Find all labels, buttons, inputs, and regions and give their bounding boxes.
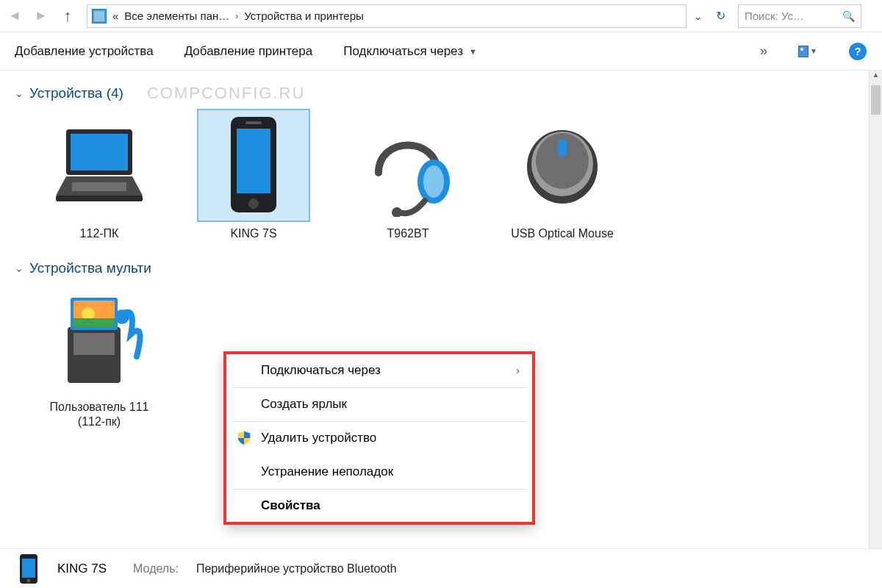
context-menu-label: Свойства (261, 498, 320, 513)
search-input[interactable]: Поиск: Ус… 🔍 (738, 4, 861, 28)
chevron-down-icon: ▼ (810, 47, 817, 55)
scrollbar-thumb[interactable] (871, 85, 881, 115)
connect-via-label: Подключаться через (343, 44, 463, 59)
add-printer-label: Добавление принтера (184, 44, 313, 59)
context-menu: Подключаться через › Создать ярлык Удали… (225, 353, 534, 523)
nav-back-button[interactable]: ◄ (3, 4, 26, 28)
refresh-button[interactable]: ↻ (710, 9, 731, 23)
help-button[interactable]: ? (848, 43, 867, 60)
add-device-button[interactable]: Добавление устройства (15, 44, 154, 59)
breadcrumb-segment-1[interactable]: Все элементы пан… (124, 10, 229, 22)
svg-rect-17 (74, 333, 115, 355)
chevron-down-icon: ⌄ (15, 87, 24, 99)
add-printer-button[interactable]: Добавление принтера (184, 44, 313, 59)
svg-point-10 (423, 165, 444, 198)
uac-shield-icon (236, 430, 252, 446)
nav-up-button[interactable]: ↑ (56, 4, 79, 28)
context-menu-label: Устранение неполадок (261, 465, 393, 479)
svg-rect-24 (22, 559, 35, 578)
device-label: T962BT (345, 226, 470, 241)
svg-point-25 (26, 578, 30, 582)
group-header-multimedia[interactable]: ⌄ Устройства мульти (15, 260, 867, 276)
device-item-112pk[interactable]: 112-ПК (37, 110, 162, 241)
details-thumbnail-phone-icon (13, 553, 44, 584)
media-device-icon (44, 284, 154, 394)
svg-rect-1 (71, 134, 128, 171)
device-item-mouse[interactable]: USB Optical Mouse (500, 110, 625, 241)
context-menu-item-create-shortcut[interactable]: Создать ярлык (226, 387, 533, 421)
breadcrumb-segment-2[interactable]: Устройства и принтеры (244, 10, 363, 22)
preview-pane-button[interactable]: ▼ (798, 43, 817, 60)
svg-rect-4 (72, 182, 126, 191)
nav-forward-button[interactable]: ► (29, 4, 53, 28)
svg-rect-3 (56, 196, 143, 201)
svg-point-11 (392, 207, 402, 217)
device-label: USB Optical Mouse (500, 226, 625, 241)
svg-point-7 (248, 198, 259, 209)
phone-icon (198, 110, 309, 220)
device-item-king7s[interactable]: KING 7S (191, 110, 316, 241)
context-menu-label: Подключаться через (261, 363, 381, 378)
context-menu-item-troubleshoot[interactable]: Устранение неполадок (226, 455, 533, 489)
device-label: 112-ПК (37, 226, 162, 241)
connect-via-button[interactable]: Подключаться через ▼ (343, 44, 477, 59)
address-prefix-glyph: « (112, 10, 118, 22)
vertical-scrollbar[interactable]: ▲ (869, 71, 882, 548)
group-title: Устройства (4) (29, 85, 123, 101)
search-placeholder: Поиск: Ус… (745, 10, 804, 22)
group-header-devices[interactable]: ⌄ Устройства (4) COMPCONFIG.RU (15, 84, 867, 103)
details-device-name: KING 7S (57, 562, 107, 576)
picture-icon (798, 46, 808, 57)
address-bar[interactable]: « Все элементы пан… › Устройства и принт… (87, 4, 686, 28)
command-toolbar: Добавление устройства Добавление принтер… (0, 32, 882, 71)
details-pane: KING 7S Модель: Периферийное устройство … (0, 548, 882, 588)
toolbar-overflow-button[interactable]: » (760, 43, 767, 59)
scrollbar-up-icon[interactable]: ▲ (870, 71, 882, 84)
svg-rect-15 (558, 139, 567, 157)
help-icon: ? (849, 43, 867, 60)
svg-rect-8 (245, 121, 262, 124)
device-grid-1: 112-ПК KING 7S (15, 110, 867, 241)
context-menu-item-connect-via[interactable]: Подключаться через › (226, 354, 533, 387)
chevron-down-icon: ⌄ (15, 262, 24, 274)
control-panel-icon (92, 9, 107, 24)
device-label: Пользователь 111 (112-пк) (37, 400, 162, 429)
chevron-right-icon: › (516, 365, 520, 376)
chevron-right-icon: › (235, 11, 238, 21)
content-area: ▲ ⌄ Устройства (4) COMPCONFIG.RU 112-ПК (0, 71, 882, 548)
group-title: Устройства мульти (29, 260, 151, 276)
details-model-label: Модель: (133, 562, 179, 576)
svg-rect-6 (237, 129, 270, 193)
context-menu-label: Создать ярлык (261, 397, 347, 412)
svg-rect-21 (74, 318, 115, 327)
context-menu-item-properties[interactable]: Свойства (226, 489, 533, 523)
address-bar-row: ◄ ► ↑ « Все элементы пан… › Устройства и… (0, 0, 882, 32)
svg-point-22 (115, 309, 129, 324)
context-menu-item-remove-device[interactable]: Удалить устройство (226, 421, 533, 455)
add-device-label: Добавление устройства (15, 44, 154, 59)
context-menu-label: Удалить устройство (261, 431, 376, 445)
mouse-icon (507, 110, 617, 220)
address-history-dropdown[interactable]: ⌄ (689, 10, 707, 22)
watermark-text: COMPCONFIG.RU (147, 84, 305, 103)
overflow-glyph: » (760, 43, 767, 58)
device-label: KING 7S (191, 226, 316, 241)
chevron-down-icon: ▼ (469, 47, 477, 56)
device-item-user111[interactable]: Пользователь 111 (112-пк) (37, 284, 162, 429)
details-model-value: Периферийное устройство Bluetooth (196, 562, 397, 576)
bt-headset-icon (353, 110, 463, 220)
laptop-icon (44, 110, 154, 220)
device-item-t962bt[interactable]: T962BT (345, 110, 470, 241)
search-icon: 🔍 (842, 10, 855, 22)
